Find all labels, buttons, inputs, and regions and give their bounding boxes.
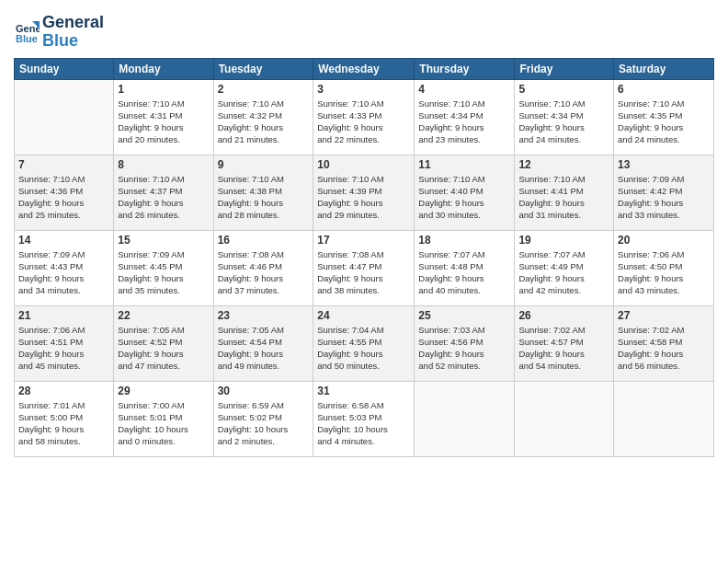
day-info: Sunrise: 7:09 AMSunset: 4:45 PMDaylight:… xyxy=(118,248,209,297)
day-info: Sunrise: 7:08 AMSunset: 4:46 PMDaylight:… xyxy=(218,248,310,297)
weekday-header-monday: Monday xyxy=(114,58,213,79)
day-number: 24 xyxy=(317,309,410,322)
day-number: 23 xyxy=(218,309,310,322)
day-number: 14 xyxy=(18,234,109,247)
day-number: 16 xyxy=(218,234,310,247)
day-number: 28 xyxy=(18,385,109,397)
calendar-cell xyxy=(614,381,714,456)
day-info: Sunrise: 7:05 AMSunset: 4:54 PMDaylight:… xyxy=(218,324,310,373)
day-info: Sunrise: 7:05 AMSunset: 4:52 PMDaylight:… xyxy=(118,324,209,373)
day-info: Sunrise: 7:02 AMSunset: 4:57 PMDaylight:… xyxy=(518,324,609,373)
calendar-cell: 5Sunrise: 7:10 AMSunset: 4:34 PMDaylight… xyxy=(515,79,614,155)
day-number: 11 xyxy=(418,158,510,171)
day-info: Sunrise: 7:10 AMSunset: 4:31 PMDaylight:… xyxy=(118,98,209,146)
day-number: 18 xyxy=(418,234,510,247)
day-number: 29 xyxy=(118,385,209,397)
calendar-cell: 29Sunrise: 7:00 AMSunset: 5:01 PMDayligh… xyxy=(114,381,213,456)
calendar-cell xyxy=(515,381,614,456)
day-info: Sunrise: 7:08 AMSunset: 4:47 PMDaylight:… xyxy=(317,248,410,297)
calendar-cell: 11Sunrise: 7:10 AMSunset: 4:40 PMDayligh… xyxy=(415,155,515,230)
calendar-cell: 3Sunrise: 7:10 AMSunset: 4:33 PMDaylight… xyxy=(313,79,415,155)
day-info: Sunrise: 7:02 AMSunset: 4:58 PMDaylight:… xyxy=(618,324,710,373)
calendar-cell: 23Sunrise: 7:05 AMSunset: 4:54 PMDayligh… xyxy=(213,305,313,381)
calendar-page: General Blue General Blue SundayMondayTu… xyxy=(0,0,728,563)
day-info: Sunrise: 7:10 AMSunset: 4:41 PMDaylight:… xyxy=(518,173,609,222)
calendar-cell: 28Sunrise: 7:01 AMSunset: 5:00 PMDayligh… xyxy=(15,381,114,456)
logo-icon: General Blue xyxy=(14,19,40,45)
day-info: Sunrise: 7:10 AMSunset: 4:37 PMDaylight:… xyxy=(118,173,209,222)
day-number: 4 xyxy=(418,83,510,96)
calendar-cell: 19Sunrise: 7:07 AMSunset: 4:49 PMDayligh… xyxy=(515,230,614,305)
calendar-cell: 2Sunrise: 7:10 AMSunset: 4:32 PMDaylight… xyxy=(213,79,313,155)
day-info: Sunrise: 7:10 AMSunset: 4:40 PMDaylight:… xyxy=(418,173,510,222)
calendar-cell: 13Sunrise: 7:09 AMSunset: 4:42 PMDayligh… xyxy=(614,155,714,230)
day-info: Sunrise: 7:10 AMSunset: 4:39 PMDaylight:… xyxy=(317,173,410,222)
day-info: Sunrise: 7:09 AMSunset: 4:43 PMDaylight:… xyxy=(18,248,109,297)
calendar-cell: 9Sunrise: 7:10 AMSunset: 4:38 PMDaylight… xyxy=(213,155,313,230)
day-info: Sunrise: 7:03 AMSunset: 4:56 PMDaylight:… xyxy=(418,324,510,373)
day-number: 17 xyxy=(317,234,410,247)
day-info: Sunrise: 7:10 AMSunset: 4:35 PMDaylight:… xyxy=(618,98,710,146)
day-number: 12 xyxy=(518,158,609,171)
day-info: Sunrise: 7:07 AMSunset: 4:48 PMDaylight:… xyxy=(418,248,510,297)
day-info: Sunrise: 7:10 AMSunset: 4:34 PMDaylight:… xyxy=(418,98,510,146)
day-number: 25 xyxy=(418,309,510,322)
day-number: 7 xyxy=(18,158,109,171)
calendar-cell: 20Sunrise: 7:06 AMSunset: 4:50 PMDayligh… xyxy=(614,230,714,305)
calendar-cell: 21Sunrise: 7:06 AMSunset: 4:51 PMDayligh… xyxy=(15,305,114,381)
weekday-header-saturday: Saturday xyxy=(614,58,714,79)
day-info: Sunrise: 7:06 AMSunset: 4:50 PMDaylight:… xyxy=(618,248,710,297)
day-info: Sunrise: 6:58 AMSunset: 5:03 PMDaylight:… xyxy=(317,399,410,448)
day-info: Sunrise: 7:10 AMSunset: 4:36 PMDaylight:… xyxy=(18,173,109,222)
calendar-cell: 30Sunrise: 6:59 AMSunset: 5:02 PMDayligh… xyxy=(213,381,313,456)
calendar-cell: 22Sunrise: 7:05 AMSunset: 4:52 PMDayligh… xyxy=(114,305,213,381)
week-row-1: 1Sunrise: 7:10 AMSunset: 4:31 PMDaylight… xyxy=(15,79,714,155)
day-number: 13 xyxy=(618,158,710,171)
day-number: 6 xyxy=(618,83,710,96)
logo-text: General Blue xyxy=(42,14,104,51)
day-info: Sunrise: 7:10 AMSunset: 4:32 PMDaylight:… xyxy=(218,98,310,146)
calendar-cell: 10Sunrise: 7:10 AMSunset: 4:39 PMDayligh… xyxy=(313,155,415,230)
day-info: Sunrise: 6:59 AMSunset: 5:02 PMDaylight:… xyxy=(218,399,310,448)
weekday-header-sunday: Sunday xyxy=(15,58,114,79)
header: General Blue General Blue xyxy=(14,9,714,51)
day-info: Sunrise: 7:01 AMSunset: 5:00 PMDaylight:… xyxy=(18,399,109,448)
day-number: 31 xyxy=(317,385,410,397)
day-number: 1 xyxy=(118,83,209,96)
week-row-4: 21Sunrise: 7:06 AMSunset: 4:51 PMDayligh… xyxy=(15,305,714,381)
calendar-cell xyxy=(15,79,114,155)
calendar-cell: 6Sunrise: 7:10 AMSunset: 4:35 PMDaylight… xyxy=(614,79,714,155)
week-row-2: 7Sunrise: 7:10 AMSunset: 4:36 PMDaylight… xyxy=(15,155,714,230)
day-info: Sunrise: 7:09 AMSunset: 4:42 PMDaylight:… xyxy=(618,173,710,222)
calendar-cell: 16Sunrise: 7:08 AMSunset: 4:46 PMDayligh… xyxy=(213,230,313,305)
day-number: 30 xyxy=(218,385,310,397)
day-number: 5 xyxy=(518,83,609,96)
day-info: Sunrise: 7:07 AMSunset: 4:49 PMDaylight:… xyxy=(518,248,609,297)
calendar-cell: 1Sunrise: 7:10 AMSunset: 4:31 PMDaylight… xyxy=(114,79,213,155)
day-number: 27 xyxy=(618,309,710,322)
weekday-header-wednesday: Wednesday xyxy=(313,58,415,79)
day-number: 3 xyxy=(317,83,410,96)
calendar-cell: 7Sunrise: 7:10 AMSunset: 4:36 PMDaylight… xyxy=(15,155,114,230)
calendar-cell: 31Sunrise: 6:58 AMSunset: 5:03 PMDayligh… xyxy=(313,381,415,456)
day-number: 2 xyxy=(218,83,310,96)
day-info: Sunrise: 7:10 AMSunset: 4:34 PMDaylight:… xyxy=(518,98,609,146)
svg-text:Blue: Blue xyxy=(16,33,38,44)
day-info: Sunrise: 7:10 AMSunset: 4:33 PMDaylight:… xyxy=(317,98,410,146)
calendar-cell xyxy=(415,381,515,456)
calendar-cell: 17Sunrise: 7:08 AMSunset: 4:47 PMDayligh… xyxy=(313,230,415,305)
calendar-cell: 26Sunrise: 7:02 AMSunset: 4:57 PMDayligh… xyxy=(515,305,614,381)
day-number: 9 xyxy=(218,158,310,171)
day-number: 21 xyxy=(18,309,109,322)
calendar-cell: 4Sunrise: 7:10 AMSunset: 4:34 PMDaylight… xyxy=(415,79,515,155)
weekday-header-row: SundayMondayTuesdayWednesdayThursdayFrid… xyxy=(15,58,714,79)
day-info: Sunrise: 7:00 AMSunset: 5:01 PMDaylight:… xyxy=(118,399,209,448)
week-row-3: 14Sunrise: 7:09 AMSunset: 4:43 PMDayligh… xyxy=(15,230,714,305)
calendar-cell: 8Sunrise: 7:10 AMSunset: 4:37 PMDaylight… xyxy=(114,155,213,230)
calendar-cell: 15Sunrise: 7:09 AMSunset: 4:45 PMDayligh… xyxy=(114,230,213,305)
day-number: 8 xyxy=(118,158,209,171)
calendar-cell: 12Sunrise: 7:10 AMSunset: 4:41 PMDayligh… xyxy=(515,155,614,230)
weekday-header-tuesday: Tuesday xyxy=(213,58,313,79)
day-info: Sunrise: 7:10 AMSunset: 4:38 PMDaylight:… xyxy=(218,173,310,222)
calendar-cell: 14Sunrise: 7:09 AMSunset: 4:43 PMDayligh… xyxy=(15,230,114,305)
